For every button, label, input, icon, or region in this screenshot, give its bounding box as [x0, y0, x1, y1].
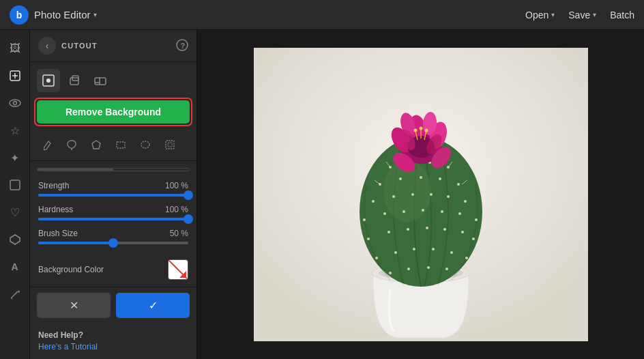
canvas-area[interactable]: [197, 30, 644, 359]
panel-help-icon[interactable]: ?: [176, 39, 188, 53]
lasso-tool[interactable]: [61, 134, 82, 155]
remove-bg-wrapper: Remove Background: [30, 96, 196, 130]
app-title-text: Photo Editor: [34, 9, 91, 20]
strength-value: 100 %: [165, 181, 188, 190]
svg-point-45: [447, 195, 450, 198]
svg-point-44: [430, 193, 433, 196]
cancel-button[interactable]: ✕: [37, 293, 111, 318]
main-area: 🖼 ☆ ✦ ♡ A: [0, 30, 644, 359]
icon-sidebar: 🖼 ☆ ✦ ♡ A: [0, 30, 30, 359]
svg-point-61: [375, 257, 378, 259]
hardness-label: Hardness: [38, 205, 73, 214]
eye-icon[interactable]: [3, 91, 27, 115]
brush-draw-icon[interactable]: [3, 283, 27, 306]
svg-point-93: [424, 129, 428, 132]
svg-point-49: [402, 210, 405, 213]
svg-point-39: [439, 177, 441, 180]
svg-point-37: [399, 177, 402, 180]
svg-rect-22: [168, 143, 172, 147]
svg-point-20: [141, 141, 149, 148]
panel-back-button[interactable]: ‹: [38, 37, 56, 55]
cutout-rect-icon[interactable]: [37, 69, 60, 92]
topbar: b Photo Editor ▾ Open ▾ Save ▾ Batch: [0, 0, 644, 30]
cutout-sidebar-icon[interactable]: [3, 64, 27, 87]
hardness-slider-row: Hardness 100 %: [38, 205, 188, 220]
svg-point-58: [443, 228, 446, 231]
save-button[interactable]: Save ▾: [568, 10, 596, 20]
panel-title: CUTOUT: [61, 42, 98, 50]
brush-size-slider-row: Brush Size 50 %: [38, 229, 188, 244]
svg-point-65: [450, 251, 453, 254]
svg-point-60: [472, 238, 475, 240]
svg-marker-18: [92, 141, 100, 149]
strength-slider[interactable]: [38, 194, 188, 197]
cutout-layer-icon[interactable]: [63, 69, 86, 92]
cutout-panel: ‹ CUTOUT ?: [30, 30, 197, 359]
svg-point-92: [419, 127, 422, 130]
effects-icon[interactable]: ✦: [3, 146, 27, 169]
shape-icon[interactable]: [3, 228, 27, 251]
svg-point-62: [394, 251, 397, 254]
hardness-slider[interactable]: [38, 218, 188, 220]
heart-icon[interactable]: ♡: [3, 201, 27, 224]
text-icon[interactable]: A: [3, 255, 27, 278]
open-button[interactable]: Open ▾: [525, 10, 555, 20]
svg-point-59: [461, 231, 464, 233]
brush-sliders: Strength 100 % Hardness 100 %: [30, 178, 196, 255]
svg-point-55: [387, 231, 390, 233]
batch-button[interactable]: Batch: [610, 10, 634, 20]
svg-point-42: [392, 195, 395, 198]
remove-background-button[interactable]: Remove Background: [37, 100, 190, 124]
svg-point-56: [407, 228, 409, 231]
polygon-lasso-tool[interactable]: [86, 134, 106, 155]
svg-point-3: [10, 100, 20, 106]
svg-point-43: [411, 193, 414, 196]
cutout-tool-row: [30, 62, 196, 96]
panel-header: ‹ CUTOUT ?: [30, 30, 196, 62]
brush-size-slider[interactable]: [38, 242, 188, 244]
svg-point-63: [413, 248, 415, 250]
svg-marker-6: [10, 235, 20, 244]
image-icon[interactable]: 🖼: [3, 37, 27, 60]
svg-point-70: [445, 268, 448, 270]
star-icon[interactable]: ☆: [3, 119, 27, 142]
svg-rect-19: [117, 142, 125, 148]
svg-point-66: [465, 257, 468, 259]
hardness-value: 100 %: [165, 205, 188, 214]
rect-select-tool[interactable]: [111, 134, 131, 155]
bg-color-swatch[interactable]: [168, 259, 188, 280]
svg-text:?: ?: [181, 41, 186, 49]
svg-point-50: [422, 209, 424, 212]
svg-line-7: [11, 291, 18, 298]
pencil-brush-tool[interactable]: [37, 134, 57, 155]
title-chevron: ▾: [93, 11, 97, 18]
brush-size-value: 50 %: [170, 229, 188, 238]
strength-label: Strength: [38, 181, 69, 190]
ellipse-select-tool[interactable]: [135, 134, 156, 155]
remove-keep-toggle: Remove Keep: [37, 168, 190, 171]
confirm-button[interactable]: ✓: [116, 293, 190, 318]
help-link[interactable]: Here's a Tutorial: [38, 342, 98, 351]
svg-rect-13: [70, 78, 78, 85]
cutout-erase-icon[interactable]: [89, 69, 112, 92]
svg-point-54: [367, 238, 370, 240]
svg-point-46: [464, 200, 467, 203]
brush-tool-row: [30, 130, 196, 161]
svg-point-12: [46, 78, 50, 83]
help-title: Need Help?: [38, 330, 188, 340]
svg-point-91: [413, 129, 417, 132]
svg-rect-21: [166, 141, 174, 149]
bg-color-label: Background Color: [38, 265, 104, 274]
app-logo: b: [10, 5, 29, 25]
bg-color-row: Background Color: [30, 255, 196, 287]
svg-point-4: [13, 102, 16, 105]
square-icon[interactable]: [3, 173, 27, 197]
app-title[interactable]: Photo Editor ▾: [34, 9, 97, 20]
svg-point-57: [426, 227, 428, 229]
svg-rect-5: [10, 180, 20, 190]
remove-toggle-button[interactable]: Remove: [38, 169, 113, 171]
svg-marker-8: [18, 290, 20, 293]
marquee-select-tool[interactable]: [160, 134, 180, 155]
help-section: Need Help? Here's a Tutorial: [30, 324, 196, 359]
keep-toggle-button[interactable]: Keep: [113, 169, 189, 171]
